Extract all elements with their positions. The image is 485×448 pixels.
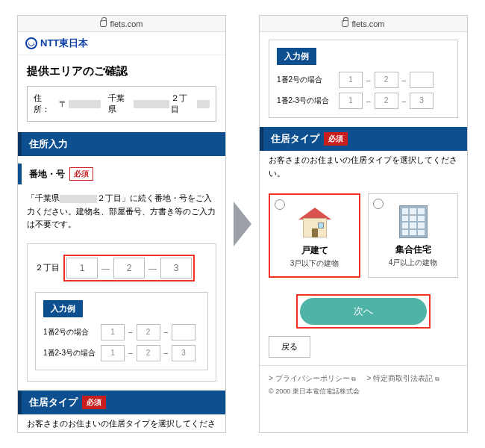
banchi-input-wrap: ２丁目 — — 入力例 1番2号の場合 1– 2– 1番2: [27, 243, 216, 382]
example-header: 入力例: [43, 300, 83, 317]
residence-type-options: 戸建て 3戸以下の建物 集合住宅 4戸以上の建物: [260, 187, 467, 284]
addr-label: 住所：: [34, 93, 57, 115]
example-header: 入力例: [277, 48, 316, 65]
link-tokusho[interactable]: > 特定商取引法表記 ⧉: [366, 373, 439, 384]
next-wrap: 次へ: [260, 294, 467, 329]
url-bar: flets.com: [18, 16, 225, 32]
external-icon: ⧉: [351, 376, 356, 382]
type-desc-left: お客さまのお住まいの住居タイプを選択してください。: [18, 414, 225, 432]
example-row-1: 1番2号の場合 1– 2–: [43, 322, 200, 343]
addr-pref: 千葉県: [108, 93, 132, 115]
addr-blur-end: [197, 100, 210, 108]
banchi-input-3[interactable]: [160, 258, 192, 279]
required-badge: 必須: [324, 132, 348, 146]
banchi-row: ２丁目 — —: [35, 255, 208, 281]
section-residence-type-left: 住居タイプ 必須: [18, 391, 225, 414]
banchi-desc: 「千葉県２丁目」に続く番地・号をご入力ください。建物名、部屋番号、方書き等のご入…: [18, 189, 225, 239]
example-row-1: 1番2号の場合 1– 2–: [277, 69, 450, 90]
lock-icon: [100, 20, 107, 27]
section-address-input: 住所入力: [18, 132, 225, 156]
page-title: 提供エリアのご確認: [18, 55, 225, 86]
addr-post-prefix: 〒: [59, 99, 67, 110]
type-desc: お客さまのお住まいの住居タイプを選択してください。: [260, 151, 467, 187]
addr-tail: ２丁目: [171, 93, 195, 115]
house-icon: [275, 205, 354, 240]
addr-blur-postal: [69, 100, 101, 108]
lock-icon: [342, 20, 348, 27]
banchi-input-1[interactable]: [66, 258, 98, 279]
external-icon: ⧉: [435, 376, 439, 382]
option-apartment[interactable]: 集合住宅 4戸以上の建物: [368, 193, 458, 278]
copyright: © 2000 東日本電信電話株式会: [260, 387, 467, 396]
left-content: NTT東日本 提供エリアのご確認 住所： 〒 千葉県 ２丁目 住所入力 番地・号…: [18, 32, 225, 432]
next-button[interactable]: 次へ: [300, 298, 427, 325]
building-icon: [373, 205, 453, 239]
url-text: flets.com: [110, 19, 143, 28]
arrow-icon: [234, 202, 251, 246]
back-button[interactable]: 戻る: [269, 336, 310, 358]
ntt-logo-icon: [25, 37, 37, 49]
banchi-highlight: — —: [63, 255, 195, 281]
addr-blur-city: [134, 100, 170, 108]
chome-label: ２丁目: [35, 262, 60, 273]
brand-row: NTT東日本: [18, 32, 225, 55]
phone-right: flets.com 入力例 1番2号の場合 1– 2– 1番2-3号の場合 1–…: [259, 15, 468, 433]
address-box: 住所： 〒 千葉県 ２丁目: [27, 86, 216, 122]
url-text: flets.com: [351, 19, 384, 28]
brand-text: NTT東日本: [40, 37, 88, 50]
link-privacy[interactable]: > プライバシーポリシー ⧉: [269, 373, 356, 384]
required-badge: 必須: [69, 167, 93, 181]
section-residence-type: 住居タイプ 必須: [260, 127, 467, 151]
footer-links: > プライバシーポリシー ⧉ > 特定商取引法表記 ⧉: [260, 365, 467, 387]
url-bar: flets.com: [260, 16, 467, 32]
banchi-input-2[interactable]: [113, 258, 145, 279]
example-row-2: 1番2-3号の場合 1– 2– 3: [43, 343, 200, 364]
option-detached[interactable]: 戸建て 3戸以下の建物: [269, 193, 360, 278]
phone-left: flets.com NTT東日本 提供エリアのご確認 住所： 〒 千葉県 ２丁目…: [17, 15, 226, 433]
right-content: 入力例 1番2号の場合 1– 2– 1番2-3号の場合 1– 2– 3 住居タイ…: [260, 32, 467, 432]
required-badge: 必須: [82, 396, 106, 409]
example-row-2: 1番2-3号の場合 1– 2– 3: [277, 90, 450, 111]
next-highlight: 次へ: [296, 294, 431, 329]
sub-banchi: 番地・号 必須: [18, 164, 225, 184]
